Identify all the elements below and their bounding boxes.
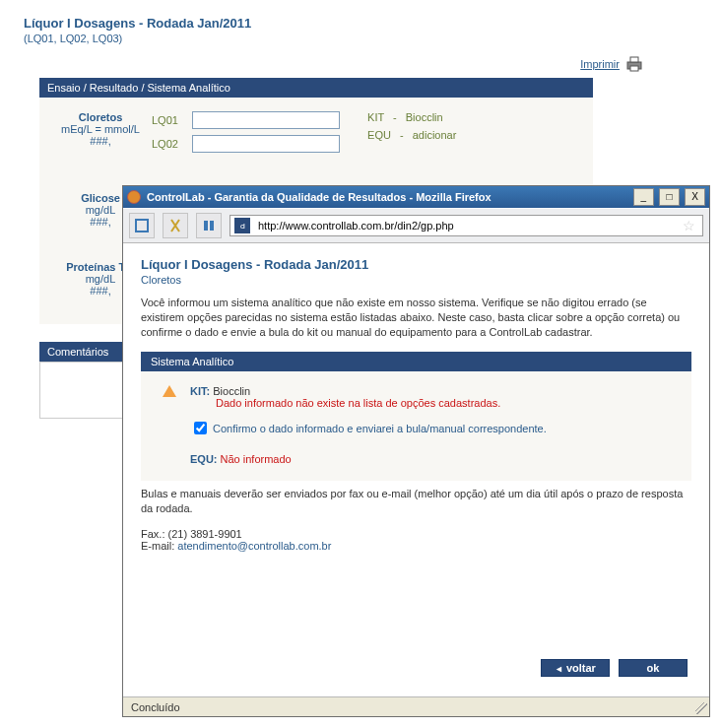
ff-close-button[interactable]: X [685, 188, 705, 206]
ff-toolbar: cl ☆ [123, 208, 709, 243]
assay-format: ###, [49, 135, 152, 147]
lq02-input[interactable] [192, 135, 340, 153]
bookmark-star-icon[interactable]: ☆ [683, 218, 698, 233]
sa-kit-error: Dado informado não existe na lista de op… [216, 397, 670, 409]
equ-value[interactable]: adicionar [413, 129, 457, 141]
sa-equ-label: EQU: [190, 453, 218, 465]
ensaio-panel-header: Ensaio / Resultado / Sistema Analítico [39, 78, 593, 98]
sa-equ-value: Não informado [221, 453, 292, 465]
sa-kit-value: Biocclin [213, 385, 250, 397]
assay-row-cloretos: Cloretos mEq/L = mmol/L ###, LQ01 LQ02 [49, 105, 583, 172]
sa-kit-label: KIT: [190, 385, 210, 397]
fax-label: Fax.: [141, 528, 164, 540]
modal-title: Líquor I Dosagens - Rodada Jan/2011 [141, 257, 691, 272]
ff-status-text: Concluído [131, 701, 180, 713]
confirm-checkbox[interactable] [194, 422, 207, 434]
dash: - [400, 129, 404, 141]
ff-maximize-button[interactable]: □ [659, 188, 680, 206]
resize-grip-icon[interactable] [695, 702, 707, 714]
svg-rect-5 [210, 221, 214, 231]
svg-rect-1 [630, 57, 638, 62]
fax-value: (21) 3891-9901 [168, 528, 242, 540]
site-icon: cl [234, 218, 250, 233]
lq02-label: LQ02 [152, 138, 189, 150]
chevron-left-icon: ◄ [555, 664, 563, 674]
lq01-label: LQ01 [152, 114, 189, 126]
ff-statusbar: Concluído [123, 696, 709, 716]
firefox-icon [127, 190, 141, 204]
lq01-input[interactable] [192, 111, 340, 129]
kit-label: KIT [367, 111, 384, 123]
ff-minimize-button[interactable]: _ [633, 188, 654, 206]
sistema-analitico-header: Sistema Analítico [141, 352, 691, 371]
svg-rect-3 [136, 220, 148, 232]
ff-tool-2[interactable] [163, 213, 188, 238]
page-codes: (LQ01, LQ02, LQ03) [24, 33, 697, 44]
ff-urlbar[interactable]: cl ☆ [229, 215, 703, 236]
print-link[interactable]: Imprimir [580, 58, 620, 70]
svg-rect-2 [630, 66, 638, 71]
ff-tool-1[interactable] [129, 213, 155, 238]
dash: - [393, 111, 397, 123]
bulas-paragraph: Bulas e manuais deverão ser enviados por… [141, 487, 691, 516]
email-link[interactable]: atendimento@controllab.com.br [177, 540, 331, 552]
svg-rect-4 [204, 221, 208, 231]
warning-icon [163, 385, 176, 397]
ff-url-input[interactable] [256, 217, 683, 234]
ff-titlebar[interactable]: ControlLab - Garantia da Qualidade de Re… [123, 186, 709, 208]
confirm-checkbox-row[interactable]: Confirmo o dado informado e enviarei a b… [190, 419, 670, 437]
assay-name: Glicose [81, 192, 120, 204]
assay-unit: mEq/L = mmol/L [49, 123, 152, 135]
back-button[interactable]: ◄voltar [541, 659, 610, 677]
email-label: E-mail: [141, 540, 174, 552]
ff-window-title: ControlLab - Garantia da Qualidade de Re… [147, 191, 631, 203]
modal-paragraph: Você informou um sistema analítico que n… [141, 296, 691, 340]
ok-button[interactable]: ok [619, 659, 688, 677]
kit-value[interactable]: Biocclin [406, 111, 443, 123]
printer-icon[interactable] [626, 56, 644, 74]
assay-name: Cloretos [79, 111, 123, 123]
firefox-window: ControlLab - Garantia da Qualidade de Re… [122, 185, 710, 717]
modal-subtitle: Cloretos [141, 274, 691, 286]
ff-tool-3[interactable] [196, 213, 222, 238]
page-title: Líquor I Dosagens - Rodada Jan/2011 [24, 16, 697, 31]
equ-label: EQU [367, 129, 391, 141]
confirm-label: Confirmo o dado informado e enviarei a b… [213, 423, 547, 434]
